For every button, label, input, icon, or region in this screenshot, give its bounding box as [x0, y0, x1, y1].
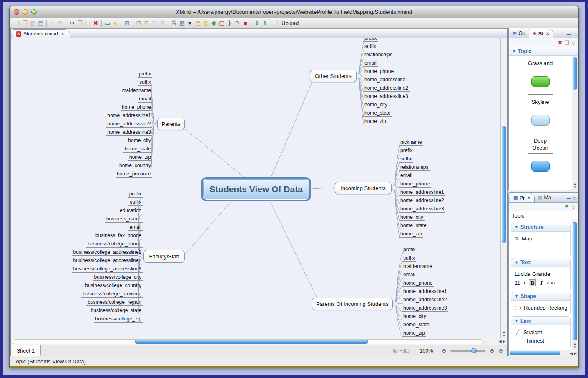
style-preview[interactable]	[528, 108, 553, 133]
leaf-topic[interactable]: home_state	[123, 146, 152, 153]
canvas-hscroll-arrows[interactable]: ◀ ▶	[499, 339, 505, 343]
image-dropdown-icon[interactable]: ▾	[186, 19, 194, 27]
leaf-topic[interactable]: home_addressline2	[106, 121, 152, 128]
tab-styles[interactable]: ❖ St ✕	[529, 29, 553, 38]
leaf-topic[interactable]: email	[399, 173, 414, 179]
leaf-topic[interactable]: maidenname	[121, 88, 152, 94]
line-width-select[interactable]: — Thinnest	[515, 338, 567, 344]
leaf-topic[interactable]: home_addressline2	[402, 297, 448, 303]
leaf-topic[interactable]: home_phone	[121, 104, 152, 111]
print-icon[interactable]: ▤	[37, 19, 45, 27]
notes-icon[interactable]: ▥	[202, 19, 210, 27]
sheet-tab[interactable]: Sheet 1	[11, 345, 41, 356]
leaf-topic[interactable]: home_addressline3	[106, 129, 152, 136]
leaf-topic[interactable]: home_addressline1	[402, 288, 448, 295]
leaf-topic[interactable]: home_city	[402, 313, 427, 320]
style-skyline[interactable]: Skyline	[509, 98, 572, 133]
leaf-topic[interactable]: nickname	[399, 139, 423, 146]
zoom-slider-thumb[interactable]	[471, 348, 477, 353]
line-section-header[interactable]: ▼ Line	[511, 317, 570, 325]
leaf-topic[interactable]: business/college_phone	[86, 241, 143, 248]
properties-hscroll-arrows[interactable]: ◀ ▶	[570, 351, 577, 355]
leaf-topic[interactable]: suffix	[402, 255, 416, 262]
presentation-icon[interactable]: ▭	[103, 19, 111, 27]
leaf-topic[interactable]: maidenname	[402, 263, 433, 270]
close-tab-icon[interactable]: ✕	[61, 32, 64, 36]
branch-topic[interactable]: Parents Of Incoming Students	[312, 298, 393, 310]
leaf-topic[interactable]: relationships	[399, 164, 430, 171]
topic-styles-section-header[interactable]: ▼ Topic	[509, 47, 578, 56]
leaf-topic[interactable]: home_city	[127, 138, 152, 144]
leaf-topic[interactable]: home_addressline2	[363, 85, 410, 92]
collapse-handle[interactable]: −	[393, 301, 398, 307]
styles-vscroll-arrows[interactable]: ▲▼	[572, 182, 578, 189]
properties-vscroll-arrows[interactable]: ▲▼	[572, 342, 578, 349]
minimize-panel-icon[interactable]: —	[567, 196, 571, 200]
leaf-topic[interactable]: home_addressline3	[402, 305, 448, 312]
leaf-topic[interactable]: business/college_city	[93, 274, 143, 281]
tab-markers[interactable]: ▦ Ma	[535, 193, 555, 202]
leaf-topic[interactable]: business/college_addressline1	[72, 249, 143, 256]
leaf-topic[interactable]: prefix	[128, 191, 143, 198]
styles-vscroll-thumb[interactable]	[573, 57, 577, 90]
leaf-topic[interactable]: home_zip	[399, 231, 423, 238]
leaf-topic[interactable]: home_addressline3	[399, 206, 445, 213]
leaf-topic[interactable]: prefix	[399, 148, 414, 154]
paste-icon[interactable]: ❑	[84, 19, 92, 27]
structure-value[interactable]: ⇅ Map	[515, 235, 567, 242]
maximize-panel-icon[interactable]: □	[573, 196, 575, 200]
leaf-topic[interactable]: business_name	[105, 216, 143, 223]
insert-topic-icon[interactable]: ⊟	[135, 19, 143, 27]
leaf-topic[interactable]: business/college_state	[90, 308, 143, 314]
leaf-topic[interactable]: business/college_country	[84, 283, 143, 289]
leaf-topic[interactable]: email	[138, 96, 152, 103]
leaf-topic[interactable]: prefix	[402, 247, 417, 253]
filter-status[interactable]: No Filter	[391, 348, 411, 354]
insert-subtopic-icon[interactable]: ⊟	[143, 19, 151, 27]
close-properties-tab-icon[interactable]: ✕	[528, 195, 531, 200]
boundary-icon[interactable]: ▢	[218, 19, 226, 27]
drill-up-icon[interactable]: ⇑	[261, 19, 269, 27]
leaf-topic[interactable]: email	[402, 272, 417, 278]
leaf-topic[interactable]: business/college_addressline3	[72, 266, 143, 273]
collapse-handle[interactable]: −	[392, 185, 397, 190]
leaf-topic[interactable]: email	[128, 224, 143, 231]
panel-minmax[interactable]: —□	[567, 196, 578, 202]
line-style-select[interactable]: ╱ Straight	[515, 329, 567, 335]
leaf-topic[interactable]: prefix	[363, 38, 378, 42]
close-styles-tab-icon[interactable]: ✕	[546, 31, 549, 36]
hyperlink-icon[interactable]: ◉	[210, 19, 218, 27]
zoom-in-icon[interactable]: ⊕	[490, 348, 494, 354]
leaf-topic[interactable]: home_addressline3	[363, 93, 410, 100]
redo-icon[interactable]: ↷	[56, 19, 64, 27]
canvas-vscroll-arrows[interactable]: ▲▼	[501, 330, 507, 338]
branch-topic[interactable]: Incoming Students	[335, 182, 392, 194]
leaf-topic[interactable]: business/college_addressline2	[72, 258, 143, 264]
leaf-topic[interactable]: home_phone	[363, 68, 395, 75]
view-menu-icon[interactable]: ▽	[572, 40, 575, 45]
leaf-topic[interactable]: suffix	[128, 199, 143, 206]
style-grassland[interactable]: Grassland	[509, 60, 572, 95]
tab-outline[interactable]: ⊟ Ou	[510, 29, 529, 38]
properties-vscroll-thumb[interactable]	[573, 222, 577, 340]
image-icon[interactable]: ▨	[178, 19, 186, 27]
leaf-topic[interactable]: education	[118, 208, 143, 214]
attachment-icon[interactable]: ✇	[170, 19, 178, 27]
delete-style-icon[interactable]: ✖	[558, 40, 562, 45]
leaf-topic[interactable]: home_city	[399, 214, 425, 221]
leaf-topic[interactable]: relationships	[363, 52, 394, 58]
leaf-topic[interactable]: home_addressline1	[399, 189, 445, 196]
leaf-topic[interactable]: home_zip	[402, 330, 426, 337]
text-section-header[interactable]: ▼ Text	[511, 258, 570, 267]
new-sheet-icon[interactable]: ⊞	[123, 19, 131, 27]
structure-section-header[interactable]: ▼ Structure	[511, 223, 570, 232]
tab-properties[interactable]: ▦ Pr ✕	[510, 193, 535, 202]
leaf-topic[interactable]: prefix	[138, 71, 152, 78]
leaf-topic[interactable]: business/college_province	[81, 291, 143, 298]
bold-button[interactable]: B	[529, 279, 536, 286]
canvas-vscroll-thumb[interactable]	[502, 126, 506, 243]
minimize-panel-icon[interactable]: —	[567, 32, 571, 36]
mindmap-canvas[interactable]: Students View Of Data prefixsuffixmaiden…	[11, 38, 500, 338]
shape-select[interactable]: Rounded Rectangle	[515, 305, 567, 311]
collapse-handle[interactable]: −	[138, 254, 143, 259]
